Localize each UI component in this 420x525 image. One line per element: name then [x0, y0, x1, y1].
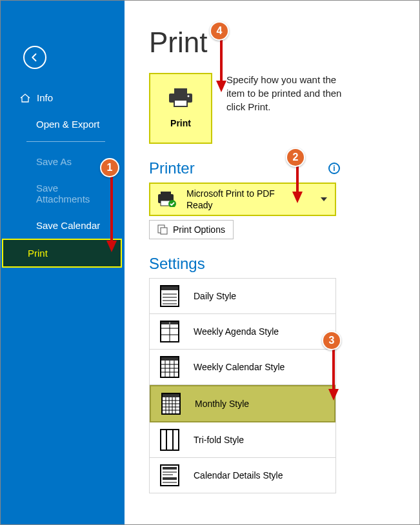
svg-rect-11: [161, 286, 178, 290]
chevron-down-icon: [321, 197, 327, 201]
style-weekly-agenda[interactable]: Weekly Agenda Style: [150, 314, 335, 350]
svg-rect-47: [163, 477, 177, 480]
settings-section-label: Settings: [149, 255, 205, 273]
style-label: Weekly Calendar Style: [194, 362, 285, 372]
page-title: Print: [149, 26, 400, 59]
style-label: Weekly Agenda Style: [194, 326, 279, 337]
sidebar-item-label: Info: [37, 92, 53, 103]
print-options-icon: [157, 224, 168, 235]
calendar-details-icon: [160, 464, 179, 486]
sidebar-item-info[interactable]: Info: [1, 84, 125, 111]
style-trifold[interactable]: Tri-fold Style: [150, 422, 335, 458]
trifold-style-icon: [160, 429, 179, 451]
monthly-style-icon: [161, 393, 181, 415]
back-button[interactable]: [23, 46, 46, 69]
callout-2: 2: [286, 148, 305, 167]
svg-marker-54: [328, 389, 339, 401]
callout-3: 3: [322, 331, 341, 350]
callout-1: 1: [100, 158, 119, 177]
print-button-label: Print: [170, 118, 191, 128]
arrow-1: [104, 176, 123, 252]
sidebar-item-open-export[interactable]: Open & Export: [1, 111, 125, 137]
arrow-2: [290, 166, 309, 203]
home-icon: [20, 94, 30, 103]
arrow-3: [326, 349, 345, 401]
svg-rect-0: [174, 88, 187, 94]
printer-name: Microsoft Print to PDF: [186, 188, 275, 199]
printer-ready-icon: [157, 192, 177, 207]
style-daily[interactable]: Daily Style: [150, 279, 335, 314]
svg-rect-31: [163, 394, 179, 397]
sidebar-item-label: Save Attachments: [36, 183, 112, 204]
print-options-label: Print Options: [173, 224, 225, 235]
svg-rect-5: [161, 192, 171, 195]
style-monthly[interactable]: Monthly Style: [150, 385, 335, 422]
printer-icon: [168, 88, 194, 108]
svg-rect-20: [161, 322, 169, 324]
svg-rect-21: [170, 322, 178, 324]
svg-rect-23: [161, 357, 178, 361]
arrow-left-icon: [29, 52, 41, 63]
print-description: Specify how you want the item to be prin…: [226, 73, 349, 114]
style-calendar-details[interactable]: Calendar Details Style: [150, 458, 335, 493]
svg-marker-52: [292, 192, 303, 203]
svg-point-3: [188, 95, 190, 97]
printer-section-title: Printer i: [149, 159, 340, 177]
sidebar: Info Open & Export Save As Save Attachme…: [1, 1, 125, 524]
weekly-calendar-icon: [160, 356, 179, 378]
sidebar-item-label: Save As: [36, 156, 72, 167]
svg-rect-9: [161, 228, 167, 234]
style-label: Daily Style: [194, 291, 236, 301]
style-label: Tri-fold Style: [194, 435, 244, 445]
print-button[interactable]: Print: [149, 73, 212, 144]
callout-4: 4: [210, 21, 229, 41]
printer-status: Ready: [186, 199, 275, 211]
print-options-button[interactable]: Print Options: [149, 220, 234, 239]
svg-rect-2: [174, 100, 187, 106]
style-weekly-calendar[interactable]: Weekly Calendar Style: [150, 350, 335, 385]
svg-marker-50: [106, 241, 117, 252]
main-panel: Print Print Specify how you want the ite…: [125, 1, 419, 524]
sidebar-item-label: Open & Export: [36, 119, 99, 130]
printer-section-label: Printer: [149, 159, 195, 177]
style-label: Calendar Details Style: [194, 470, 283, 480]
sidebar-item-label: Save Calendar: [36, 220, 100, 231]
daily-style-icon: [160, 285, 179, 307]
svg-rect-40: [161, 430, 179, 450]
arrow-4: [214, 39, 233, 92]
sidebar-item-label: Print: [28, 248, 48, 259]
svg-rect-44: [163, 467, 177, 470]
sidebar-divider: [26, 141, 105, 142]
weekly-agenda-icon: [160, 321, 179, 342]
svg-marker-56: [216, 81, 226, 92]
settings-section-title: Settings: [149, 255, 400, 273]
info-icon[interactable]: i: [328, 163, 340, 174]
style-label: Monthly Style: [195, 399, 249, 409]
settings-list: Daily Style Weekly Agenda Style Weekly C…: [149, 278, 336, 493]
